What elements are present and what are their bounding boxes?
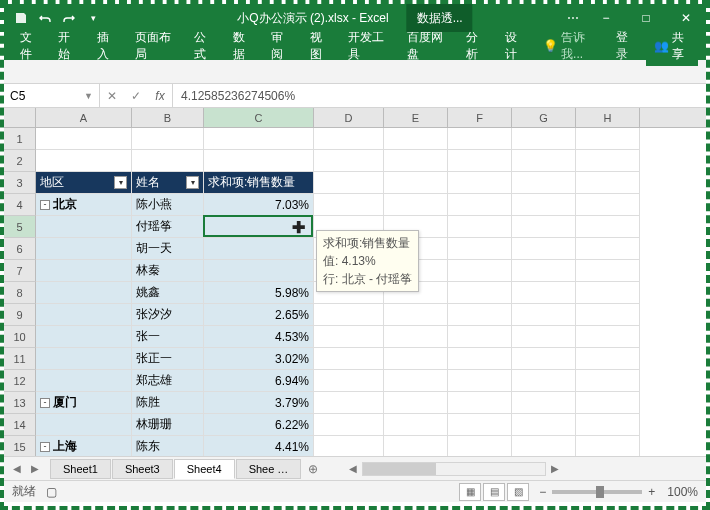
cell-E10[interactable] <box>384 326 448 348</box>
cell-H7[interactable] <box>576 260 640 282</box>
cell-C1[interactable] <box>204 128 314 150</box>
sheet-tab-Sheet4[interactable]: Sheet4 <box>174 459 235 479</box>
cell-D1[interactable] <box>314 128 384 150</box>
cell-C14[interactable]: 6.22% <box>204 414 314 436</box>
cell-H8[interactable] <box>576 282 640 304</box>
cell-B6[interactable]: 胡一天 <box>132 238 204 260</box>
cell-F11[interactable] <box>448 348 512 370</box>
cell-H5[interactable] <box>576 216 640 238</box>
col-header-G[interactable]: G <box>512 108 576 127</box>
cell-F12[interactable] <box>448 370 512 392</box>
cell-H3[interactable] <box>576 172 640 194</box>
col-header-B[interactable]: B <box>132 108 204 127</box>
cell-B5[interactable]: 付瑶筝 <box>132 216 204 238</box>
cell-C15[interactable]: 4.41% <box>204 436 314 456</box>
cell-F6[interactable] <box>448 238 512 260</box>
cell-B15[interactable]: 陈东 <box>132 436 204 456</box>
cell-B7[interactable]: 林秦 <box>132 260 204 282</box>
cell-F10[interactable] <box>448 326 512 348</box>
zoom-slider[interactable] <box>552 490 642 494</box>
cell-B3[interactable]: 姓名▾ <box>132 172 204 194</box>
undo-button[interactable] <box>34 7 56 29</box>
cell-G2[interactable] <box>512 150 576 172</box>
name-box-dropdown-icon[interactable]: ▼ <box>84 91 93 101</box>
cell-A13[interactable]: -厦门 <box>36 392 132 414</box>
cell-A10[interactable] <box>36 326 132 348</box>
cell-G13[interactable] <box>512 392 576 414</box>
cell-E1[interactable] <box>384 128 448 150</box>
cell-G10[interactable] <box>512 326 576 348</box>
cell-C7[interactable] <box>204 260 314 282</box>
cell-C9[interactable]: 2.65% <box>204 304 314 326</box>
cell-G9[interactable] <box>512 304 576 326</box>
formula-input[interactable]: 4.12585236274506% <box>173 89 706 103</box>
cell-C3[interactable]: 求和项:销售数量 <box>204 172 314 194</box>
redo-button[interactable] <box>58 7 80 29</box>
row-header-15[interactable]: 15 <box>4 436 36 456</box>
cell-G4[interactable] <box>512 194 576 216</box>
horizontal-scrollbar[interactable]: ◀ ▶ <box>344 462 564 476</box>
cell-D9[interactable] <box>314 304 384 326</box>
cell-E3[interactable] <box>384 172 448 194</box>
collapse-icon[interactable]: - <box>40 200 50 210</box>
cell-D10[interactable] <box>314 326 384 348</box>
cell-F8[interactable] <box>448 282 512 304</box>
hscroll-left[interactable]: ◀ <box>344 463 362 474</box>
cell-F1[interactable] <box>448 128 512 150</box>
login-link[interactable]: 登录 <box>608 25 644 67</box>
row-header-13[interactable]: 13 <box>4 392 36 414</box>
cell-H15[interactable] <box>576 436 640 456</box>
col-header-A[interactable]: A <box>36 108 132 127</box>
cell-F13[interactable] <box>448 392 512 414</box>
cell-A12[interactable] <box>36 370 132 392</box>
collapse-icon[interactable]: - <box>40 442 50 452</box>
cell-E12[interactable] <box>384 370 448 392</box>
cell-G7[interactable] <box>512 260 576 282</box>
cell-C10[interactable]: 4.53% <box>204 326 314 348</box>
cell-A15[interactable]: -上海 <box>36 436 132 456</box>
row-header-12[interactable]: 12 <box>4 370 36 392</box>
col-header-F[interactable]: F <box>448 108 512 127</box>
hscroll-track[interactable] <box>362 462 546 476</box>
cell-A6[interactable] <box>36 238 132 260</box>
cell-A14[interactable] <box>36 414 132 436</box>
cell-B13[interactable]: 陈胜 <box>132 392 204 414</box>
add-sheet-button[interactable]: ⊕ <box>302 462 324 476</box>
cell-G5[interactable] <box>512 216 576 238</box>
cell-G3[interactable] <box>512 172 576 194</box>
cell-E11[interactable] <box>384 348 448 370</box>
col-header-D[interactable]: D <box>314 108 384 127</box>
zoom-in-button[interactable]: + <box>648 485 655 499</box>
cell-E13[interactable] <box>384 392 448 414</box>
sheet-tab-Shee …[interactable]: Shee … <box>236 459 302 479</box>
cell-G1[interactable] <box>512 128 576 150</box>
cell-H9[interactable] <box>576 304 640 326</box>
cell-D15[interactable] <box>314 436 384 456</box>
hscroll-thumb[interactable] <box>363 463 436 475</box>
zoom-slider-thumb[interactable] <box>596 486 604 498</box>
row-header-14[interactable]: 14 <box>4 414 36 436</box>
cell-A11[interactable] <box>36 348 132 370</box>
row-header-2[interactable]: 2 <box>4 150 36 172</box>
cell-G12[interactable] <box>512 370 576 392</box>
cell-F9[interactable] <box>448 304 512 326</box>
cell-B11[interactable]: 张正一 <box>132 348 204 370</box>
qat-customize-button[interactable]: ▾ <box>82 7 104 29</box>
cell-E9[interactable] <box>384 304 448 326</box>
row-header-8[interactable]: 8 <box>4 282 36 304</box>
filter-dropdown-icon[interactable]: ▾ <box>114 176 127 189</box>
cell-D3[interactable] <box>314 172 384 194</box>
row-header-3[interactable]: 3 <box>4 172 36 194</box>
collapse-icon[interactable]: - <box>40 398 50 408</box>
save-button[interactable] <box>10 7 32 29</box>
cell-H4[interactable] <box>576 194 640 216</box>
cell-F2[interactable] <box>448 150 512 172</box>
cell-C12[interactable]: 6.94% <box>204 370 314 392</box>
name-box[interactable]: ▼ <box>4 84 100 107</box>
cell-B9[interactable]: 张汐汐 <box>132 304 204 326</box>
cell-H10[interactable] <box>576 326 640 348</box>
fx-button[interactable]: fx <box>148 84 172 107</box>
cell-G15[interactable] <box>512 436 576 456</box>
cell-B4[interactable]: 陈小燕 <box>132 194 204 216</box>
name-box-input[interactable] <box>10 89 70 103</box>
